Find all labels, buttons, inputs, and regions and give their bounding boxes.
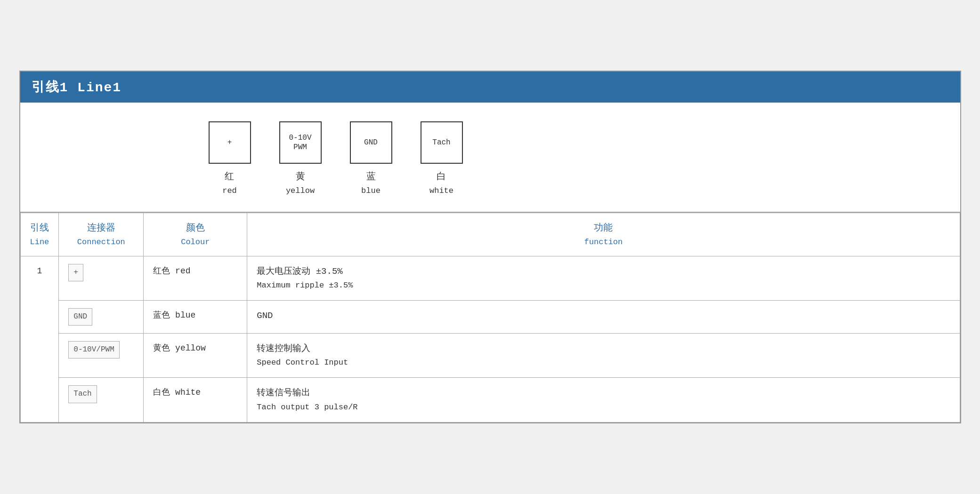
function-english-0: Maximum ripple ±3.5% — [257, 279, 950, 293]
cell-colour-3: 白色 white — [144, 378, 247, 422]
data-table: 引线 Line 连接器 Connection 颜色 Colour 功能 func… — [20, 213, 960, 422]
pin-pwm-box: 0-10V PWM — [279, 121, 322, 164]
cell-function-2: 转速控制输入Speed Control Input — [247, 334, 960, 378]
cell-function-1: GND — [247, 301, 960, 334]
cell-colour-2: 黄色 yellow — [144, 334, 247, 378]
table-row: 1+红色 red最大电压波动 ±3.5%Maximum ripple ±3.5% — [20, 256, 960, 300]
function-chinese-0: 最大电压波动 ±3.5% — [257, 264, 950, 279]
function-chinese-2: 转速控制输入 — [257, 341, 950, 356]
col-header-function: 功能 function — [247, 213, 960, 256]
cell-connection-2: 0-10V/PWM — [59, 334, 144, 378]
pin-tach: Tach白white — [421, 121, 463, 197]
function-chinese-3: 转速信号输出 — [257, 385, 950, 400]
col-header-line: 引线 Line — [20, 213, 59, 256]
table-header: 引线1 Line1 — [20, 72, 960, 103]
pin-gnd-label: 蓝blue — [361, 169, 381, 197]
main-container: 引线1 Line1 +红red0-10V PWM黄yellowGND蓝blueT… — [19, 71, 961, 423]
pin-gnd: GND蓝blue — [350, 121, 392, 197]
pin-pwm-label: 黄yellow — [286, 169, 315, 197]
cell-connection-1: GND — [59, 301, 144, 334]
table-row: Tach白色 white转速信号输出Tach output 3 pulse/R — [20, 378, 960, 422]
col-header-colour: 颜色 Colour — [144, 213, 247, 256]
table-row: GND蓝色 blueGND — [20, 301, 960, 334]
function-english-2: Speed Control Input — [257, 356, 950, 370]
pin-plus-box: + — [209, 121, 251, 164]
pin-plus: +红red — [209, 121, 251, 197]
pin-gnd-box: GND — [350, 121, 392, 164]
pin-tach-box: Tach — [421, 121, 463, 164]
pin-plus-label: 红red — [222, 169, 237, 197]
cell-function-0: 最大电压波动 ±3.5%Maximum ripple ±3.5% — [247, 256, 960, 300]
function-english-3: Tach output 3 pulse/R — [257, 401, 950, 414]
cell-colour-0: 红色 red — [144, 256, 247, 300]
cell-connection-0: + — [59, 256, 144, 300]
table-header-row: 引线 Line 连接器 Connection 颜色 Colour 功能 func… — [20, 213, 960, 256]
diagram-row: +红red0-10V PWM黄yellowGND蓝blueTach白white — [20, 103, 960, 212]
cell-connection-3: Tach — [59, 378, 144, 422]
cell-line-1: 1 — [20, 256, 59, 422]
table-row: 0-10V/PWM黄色 yellow转速控制输入Speed Control In… — [20, 334, 960, 378]
pin-pwm: 0-10V PWM黄yellow — [279, 121, 322, 197]
cell-colour-1: 蓝色 blue — [144, 301, 247, 334]
cell-function-3: 转速信号输出Tach output 3 pulse/R — [247, 378, 960, 422]
function-chinese-1: GND — [257, 308, 950, 323]
header-title: 引线1 Line1 — [32, 80, 122, 95]
diagram-pins: +红red0-10V PWM黄yellowGND蓝blueTach白white — [209, 121, 463, 197]
col-header-connection: 连接器 Connection — [59, 213, 144, 256]
pin-tach-label: 白white — [429, 169, 454, 197]
